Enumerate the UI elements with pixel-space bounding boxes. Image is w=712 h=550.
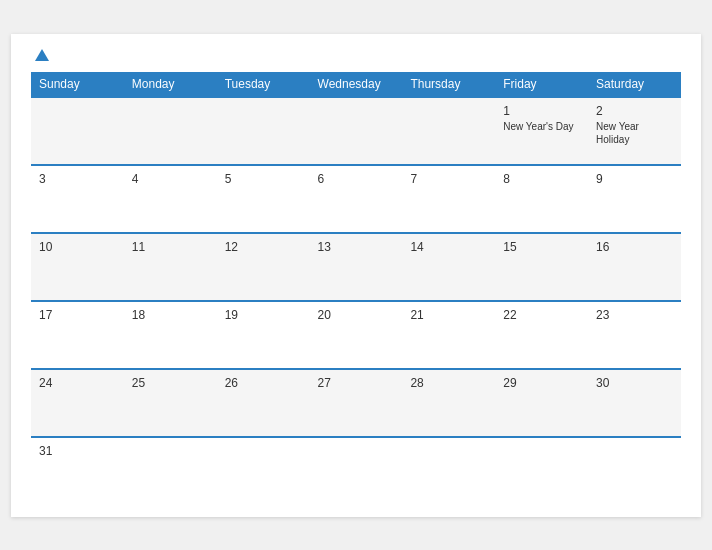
calendar-cell: 8 bbox=[495, 165, 588, 233]
event-label: New Year's Day bbox=[503, 120, 580, 133]
calendar-cell: 30 bbox=[588, 369, 681, 437]
day-number: 13 bbox=[318, 240, 395, 254]
calendar-container: SundayMondayTuesdayWednesdayThursdayFrid… bbox=[11, 34, 701, 517]
day-number: 18 bbox=[132, 308, 209, 322]
calendar-cell: 20 bbox=[310, 301, 403, 369]
calendar-cell: 26 bbox=[217, 369, 310, 437]
calendar-cell: 29 bbox=[495, 369, 588, 437]
day-number: 19 bbox=[225, 308, 302, 322]
day-number: 22 bbox=[503, 308, 580, 322]
calendar-cell: 31 bbox=[31, 437, 124, 505]
calendar-cell: 28 bbox=[402, 369, 495, 437]
calendar-cell: 25 bbox=[124, 369, 217, 437]
day-number: 6 bbox=[318, 172, 395, 186]
calendar-cell bbox=[31, 97, 124, 165]
calendar-header bbox=[31, 50, 681, 62]
calendar-cell: 2New Year Holiday bbox=[588, 97, 681, 165]
calendar-cell: 7 bbox=[402, 165, 495, 233]
day-number: 12 bbox=[225, 240, 302, 254]
day-number: 31 bbox=[39, 444, 116, 458]
calendar-cell: 4 bbox=[124, 165, 217, 233]
day-number: 2 bbox=[596, 104, 673, 118]
calendar-cell bbox=[402, 97, 495, 165]
calendar-cell: 1New Year's Day bbox=[495, 97, 588, 165]
day-number: 29 bbox=[503, 376, 580, 390]
calendar-week-3: 17181920212223 bbox=[31, 301, 681, 369]
calendar-cell: 12 bbox=[217, 233, 310, 301]
day-number: 23 bbox=[596, 308, 673, 322]
calendar-week-5: 31 bbox=[31, 437, 681, 505]
day-number: 10 bbox=[39, 240, 116, 254]
calendar-cell: 9 bbox=[588, 165, 681, 233]
calendar-cell: 3 bbox=[31, 165, 124, 233]
calendar-cell: 18 bbox=[124, 301, 217, 369]
day-number: 25 bbox=[132, 376, 209, 390]
day-number: 26 bbox=[225, 376, 302, 390]
calendar-cell: 21 bbox=[402, 301, 495, 369]
weekday-header-tuesday: Tuesday bbox=[217, 72, 310, 97]
calendar-cell: 5 bbox=[217, 165, 310, 233]
calendar-cell: 13 bbox=[310, 233, 403, 301]
day-number: 20 bbox=[318, 308, 395, 322]
day-number: 17 bbox=[39, 308, 116, 322]
day-number: 28 bbox=[410, 376, 487, 390]
day-number: 7 bbox=[410, 172, 487, 186]
day-number: 27 bbox=[318, 376, 395, 390]
calendar-cell bbox=[588, 437, 681, 505]
event-label: New Year Holiday bbox=[596, 120, 673, 146]
calendar-grid: SundayMondayTuesdayWednesdayThursdayFrid… bbox=[31, 72, 681, 505]
day-number: 3 bbox=[39, 172, 116, 186]
logo-triangle-icon bbox=[35, 49, 49, 61]
calendar-cell bbox=[124, 437, 217, 505]
calendar-cell: 14 bbox=[402, 233, 495, 301]
day-number: 1 bbox=[503, 104, 580, 118]
weekday-header-thursday: Thursday bbox=[402, 72, 495, 97]
calendar-week-1: 3456789 bbox=[31, 165, 681, 233]
calendar-cell: 27 bbox=[310, 369, 403, 437]
day-number: 4 bbox=[132, 172, 209, 186]
calendar-cell bbox=[402, 437, 495, 505]
weekday-header-friday: Friday bbox=[495, 72, 588, 97]
day-number: 24 bbox=[39, 376, 116, 390]
logo bbox=[31, 50, 49, 62]
calendar-week-2: 10111213141516 bbox=[31, 233, 681, 301]
weekday-header-saturday: Saturday bbox=[588, 72, 681, 97]
calendar-week-4: 24252627282930 bbox=[31, 369, 681, 437]
day-number: 30 bbox=[596, 376, 673, 390]
calendar-cell bbox=[495, 437, 588, 505]
day-number: 8 bbox=[503, 172, 580, 186]
calendar-header-row: SundayMondayTuesdayWednesdayThursdayFrid… bbox=[31, 72, 681, 97]
day-number: 11 bbox=[132, 240, 209, 254]
weekday-header-sunday: Sunday bbox=[31, 72, 124, 97]
day-number: 21 bbox=[410, 308, 487, 322]
country-name bbox=[611, 50, 681, 54]
calendar-cell: 10 bbox=[31, 233, 124, 301]
day-number: 14 bbox=[410, 240, 487, 254]
calendar-cell bbox=[217, 97, 310, 165]
day-number: 16 bbox=[596, 240, 673, 254]
calendar-cell bbox=[310, 437, 403, 505]
calendar-cell: 22 bbox=[495, 301, 588, 369]
calendar-cell bbox=[310, 97, 403, 165]
calendar-cell: 24 bbox=[31, 369, 124, 437]
day-number: 15 bbox=[503, 240, 580, 254]
calendar-cell: 23 bbox=[588, 301, 681, 369]
calendar-cell: 6 bbox=[310, 165, 403, 233]
calendar-body: 1New Year's Day2New Year Holiday34567891… bbox=[31, 97, 681, 505]
calendar-cell bbox=[124, 97, 217, 165]
calendar-cell bbox=[217, 437, 310, 505]
weekday-header-monday: Monday bbox=[124, 72, 217, 97]
calendar-cell: 15 bbox=[495, 233, 588, 301]
calendar-cell: 16 bbox=[588, 233, 681, 301]
day-number: 9 bbox=[596, 172, 673, 186]
day-number: 5 bbox=[225, 172, 302, 186]
calendar-cell: 17 bbox=[31, 301, 124, 369]
weekday-header-wednesday: Wednesday bbox=[310, 72, 403, 97]
calendar-cell: 11 bbox=[124, 233, 217, 301]
calendar-cell: 19 bbox=[217, 301, 310, 369]
calendar-week-0: 1New Year's Day2New Year Holiday bbox=[31, 97, 681, 165]
